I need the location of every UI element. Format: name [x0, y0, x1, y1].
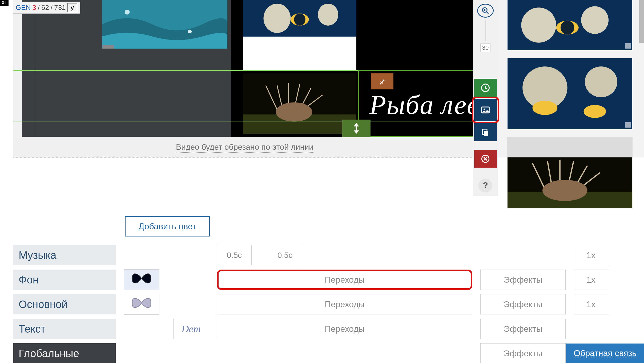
- tab-main[interactable]: Основной: [13, 294, 116, 314]
- svg-point-10: [276, 102, 312, 121]
- gen-sep-2: /: [51, 3, 53, 12]
- svg-point-2: [188, 30, 192, 33]
- svg-rect-18: [484, 131, 488, 136]
- overlay-text: Рыба лев: [369, 89, 479, 120]
- transitions-button-1[interactable]: Переходы: [217, 270, 472, 290]
- expand-icon[interactable]: [625, 122, 631, 128]
- clip-reef-fish[interactable]: [243, 0, 356, 37]
- svg-point-1: [125, 10, 130, 14]
- svg-point-7: [294, 13, 305, 26]
- gen-y-box[interactable]: y: [67, 3, 77, 12]
- crop-note-text: Видео будет обрезано по этой линии: [176, 143, 313, 153]
- track-gutter: [22, 0, 35, 137]
- help-icon: ?: [478, 179, 492, 192]
- image-tool-highlight: [472, 97, 499, 123]
- clip-water[interactable]: [102, 0, 227, 49]
- pin-button[interactable]: [371, 73, 393, 89]
- tab-music[interactable]: Музыка: [13, 245, 116, 265]
- delete-tool-button[interactable]: [474, 150, 497, 168]
- svg-point-17: [484, 108, 485, 110]
- effects-button-4[interactable]: Эффекты: [480, 343, 566, 363]
- transitions-button-2[interactable]: Переходы: [217, 294, 472, 314]
- speed-1[interactable]: 1x: [574, 245, 608, 265]
- speed-2[interactable]: 1x: [574, 270, 608, 290]
- track-col-3-bot: [100, 49, 231, 137]
- track-col-2: [35, 0, 100, 137]
- transitions-button-3[interactable]: Переходы: [217, 319, 472, 339]
- preview-clip-2[interactable]: [508, 58, 632, 129]
- gen-num-c: 731: [54, 3, 66, 12]
- clip-preview-panel: [508, 0, 632, 208]
- pin-icon: [379, 78, 386, 85]
- gen-label: GEN: [16, 3, 31, 12]
- tab-global[interactable]: Глобальные: [13, 343, 116, 363]
- add-color-button[interactable]: Добавить цвет: [125, 216, 210, 236]
- image-tool-button[interactable]: [474, 99, 497, 121]
- text-thumb-dem[interactable]: Dem: [173, 319, 209, 339]
- svg-point-23: [581, 6, 609, 34]
- butterfly-icon: [129, 295, 154, 314]
- resize-handle[interactable]: [342, 120, 371, 137]
- svg-point-5: [318, 4, 339, 26]
- resize-icon: [353, 123, 360, 134]
- tab-text[interactable]: Текст: [13, 319, 116, 339]
- duration-b[interactable]: 0.5с: [268, 245, 302, 265]
- xl-badge: XL: [0, 0, 9, 6]
- butterfly-icon: [129, 270, 154, 289]
- gen-num-a: 3: [32, 3, 36, 12]
- track-hscroll-thumb[interactable]: [103, 45, 114, 49]
- zoom-in-icon: [481, 7, 489, 15]
- expand-icon[interactable]: [625, 43, 631, 49]
- zoom-slider[interactable]: [485, 20, 486, 42]
- svg-point-4: [264, 4, 291, 33]
- clip-lionfish[interactable]: [243, 73, 356, 134]
- right-toolbar: 30 ?: [473, 0, 498, 196]
- copy-tool-button[interactable]: [474, 123, 497, 141]
- time-tool-button[interactable]: [474, 79, 497, 97]
- speed-3[interactable]: 1x: [574, 294, 608, 314]
- svg-line-12: [486, 12, 489, 14]
- gen-num-b: 62: [41, 3, 49, 12]
- effects-button-3[interactable]: Эффекты: [480, 319, 566, 339]
- gen-counter: GEN 3 / 62 / 731 y: [13, 2, 80, 14]
- track-band: Рыба лев: [13, 0, 476, 137]
- svg-rect-31: [508, 137, 632, 157]
- duration-a[interactable]: 0.5с: [217, 245, 252, 265]
- copy-icon: [481, 128, 490, 137]
- preview-clip-1[interactable]: [508, 0, 632, 50]
- svg-point-25: [561, 21, 574, 35]
- svg-point-30: [583, 105, 606, 118]
- zoom-value: 30: [480, 44, 490, 52]
- image-icon: [480, 105, 490, 115]
- main-thumb-1[interactable]: [124, 294, 159, 315]
- effects-button-2[interactable]: Эффекты: [480, 294, 566, 314]
- svg-point-28: [585, 66, 617, 97]
- zoom-in-button[interactable]: [477, 4, 494, 18]
- svg-point-29: [533, 101, 558, 115]
- svg-point-22: [521, 7, 556, 43]
- bg-thumb-1[interactable]: [124, 269, 159, 290]
- clock-icon: [480, 83, 490, 93]
- feedback-button[interactable]: Обратная связь: [566, 344, 644, 363]
- preview-clip-3[interactable]: [508, 137, 632, 208]
- help-button[interactable]: ?: [474, 176, 497, 194]
- svg-point-34: [542, 180, 587, 201]
- crop-note: Видео будет обрезано по этой линии: [13, 138, 476, 157]
- effects-button-1[interactable]: Эффекты: [480, 270, 566, 290]
- tab-background[interactable]: Фон: [13, 270, 116, 290]
- clip-spacer-white: [243, 37, 356, 71]
- close-circle-icon: [481, 154, 490, 164]
- page-scrollbar[interactable]: [639, 0, 644, 43]
- gen-sep-1: /: [38, 3, 40, 12]
